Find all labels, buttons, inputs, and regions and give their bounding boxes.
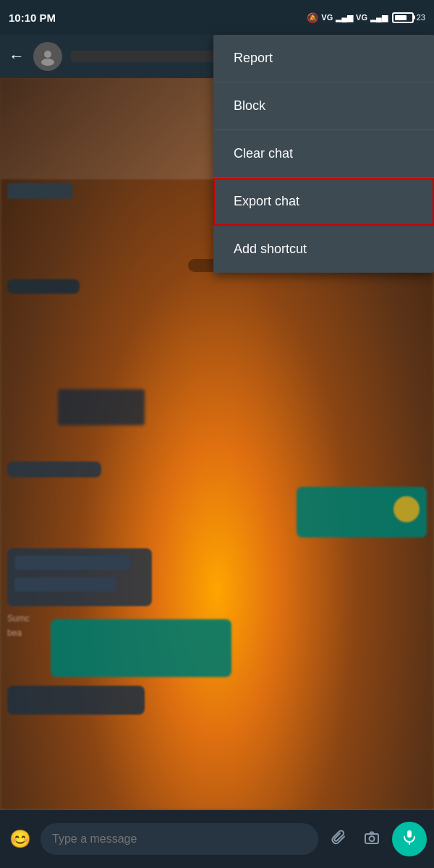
avatar — [33, 42, 62, 71]
signal-bars-1: ▂▄▆ — [336, 13, 353, 22]
mic-button[interactable] — [392, 822, 427, 856]
svg-rect-4 — [407, 830, 412, 838]
battery-icon — [392, 12, 414, 23]
menu-item-clear-chat[interactable]: Clear chat — [213, 130, 434, 178]
mute-icon: 🔕 — [307, 12, 318, 23]
attachment-icon — [331, 830, 346, 849]
signal-icon-2: VG — [356, 13, 367, 22]
svg-rect-2 — [365, 834, 378, 843]
battery-percent: 23 — [417, 13, 425, 22]
svg-point-1 — [41, 59, 54, 66]
camera-icon — [364, 830, 380, 849]
status-icons: 🔕 VG ▂▄▆ VG ▂▄▆ 23 — [307, 12, 425, 23]
svg-point-0 — [44, 51, 51, 58]
input-bar: 😊 — [0, 810, 434, 868]
menu-item-export-chat[interactable]: Export chat — [213, 178, 434, 226]
signal-bars-2: ▂▄▆ — [370, 13, 388, 22]
menu-item-block[interactable]: Block — [213, 82, 434, 130]
dropdown-menu: ReportBlockClear chatExport chatAdd shor… — [213, 35, 434, 273]
attachment-button[interactable] — [326, 826, 352, 852]
emoji-icon: 😊 — [9, 829, 31, 849]
menu-item-report[interactable]: Report — [213, 35, 434, 82]
camera-button[interactable] — [359, 826, 385, 852]
back-button[interactable]: ← — [9, 47, 25, 66]
status-bar: 10:10 PM 🔕 VG ▂▄▆ VG ▂▄▆ 23 — [0, 0, 434, 35]
message-input[interactable] — [41, 823, 318, 855]
mic-icon — [401, 829, 417, 849]
emoji-button[interactable]: 😊 — [7, 826, 33, 852]
svg-point-3 — [370, 836, 375, 841]
signal-icon-1: VG — [321, 13, 333, 22]
menu-item-add-shortcut[interactable]: Add shortcut — [213, 226, 434, 273]
status-time: 10:10 PM — [9, 12, 56, 24]
